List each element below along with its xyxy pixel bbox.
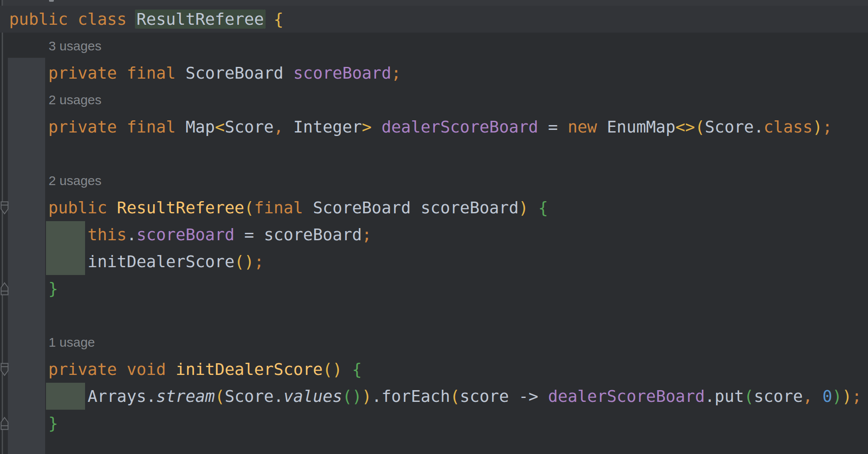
code-token: Arrays. [88,387,156,406]
code-token: { [274,10,284,29]
code-token [9,387,88,406]
highlighted-identifier: ResultReferee [137,10,264,29]
code-token [9,63,48,83]
code-token: ) [832,387,842,406]
code-token: () [322,360,342,379]
code-line: } [0,275,868,302]
code-token: ) [352,387,362,406]
usage-inlay-hint[interactable]: 2 usages [0,167,868,194]
code-token: initDealerScore [88,252,235,271]
code-token: = scoreBoard [234,225,362,244]
code-token: private final [48,117,185,136]
code-token: ) [812,117,822,136]
code-token: score -> [460,387,548,406]
usage-inlay-hint[interactable]: 1 usage [0,329,868,356]
code-token: ) [519,198,529,217]
code-token [812,387,822,406]
code-token: Integer [293,117,362,136]
code-token: <> [675,117,695,136]
code-line: Arrays.stream(Score.values()).forEach(sc… [0,383,868,410]
code-token: Score. [705,117,763,136]
code-token: dealerScoreBoard [381,117,538,136]
code-line: } [0,410,868,437]
code-token: dealerScoreBoard [548,387,705,406]
code-token [9,117,48,136]
code-token: < [215,117,225,136]
code-token: values [283,387,342,406]
code-token: ; [391,63,401,83]
code-token: ; [362,225,372,244]
fold-end-marker[interactable] [0,417,9,430]
fold-start-marker[interactable] [0,201,9,215]
fold-end-marker[interactable] [0,282,9,295]
code-token [283,117,293,136]
code-token: public [48,198,117,217]
code-token: initDealerScore [176,360,323,379]
fold-start-marker[interactable] [0,363,9,376]
code-token: private final [48,63,185,83]
blank-line [0,302,868,329]
code-token [9,198,48,217]
blank-line [0,140,868,167]
code-token: ScoreBoard [185,63,293,83]
previous-line-sliver [0,0,868,6]
code-token: > [362,117,372,136]
code-token: ( [244,198,254,217]
code-token: } [48,279,58,298]
code-token: score [754,387,803,406]
code-token: 0 [822,387,832,406]
code-token: Map [185,117,215,136]
code-token: stream [156,387,215,406]
code-token [597,117,607,136]
code-editor: public class ResultReferee {3 usages pri… [0,0,868,454]
code-token: scoreBoard [293,63,391,83]
code-token: this [88,225,127,244]
code-line: private final Map<Score, Integer> dealer… [0,113,868,140]
code-token: ResultReferee [117,198,244,217]
code-token: Score [225,117,274,136]
code-token: ( [215,387,225,406]
code-token: { [352,360,362,379]
usage-inlay-hint[interactable]: 3 usages [0,33,868,60]
code-token: . [127,225,137,244]
code-token: = [538,117,568,136]
code-line: public class ResultReferee { [0,6,868,33]
cutoff-glyph [49,0,54,2]
code-token: EnumMap [607,117,675,136]
code-token: ( [342,387,352,406]
code-token: ( [744,387,754,406]
code-line: private final ScoreBoard scoreBoard; [0,60,868,86]
code-token [9,360,48,379]
code-token [9,225,88,244]
code-area: public class ResultReferee {3 usages pri… [0,6,868,454]
code-token: , [803,387,813,406]
code-token: final [254,198,303,217]
code-token: , [274,117,284,136]
code-token [9,252,88,271]
code-token: private void [48,360,176,379]
code-token: new [568,117,597,136]
code-token: } [48,414,58,433]
code-token: Score. [225,387,283,406]
code-line: initDealerScore(); [0,248,868,275]
usage-inlay-hint[interactable]: 2 usages [0,86,868,113]
code-token: class [763,117,812,136]
code-token: () [234,252,254,271]
code-token: ) [842,387,852,406]
code-token: public class [9,10,137,29]
code-line: this.scoreBoard = scoreBoard; [0,221,868,248]
code-token: ( [695,117,705,136]
code-token: ; [852,387,862,406]
code-token: scoreBoard [137,225,235,244]
code-token [342,360,352,379]
code-token [264,10,274,29]
code-token: ; [822,117,832,136]
code-token [9,414,48,433]
code-line: private void initDealerScore() { [0,356,868,383]
code-token: .put [705,387,744,406]
blank-line [0,437,868,454]
code-token [372,117,381,136]
code-line: public ResultReferee(final ScoreBoard sc… [0,194,868,221]
code-token: ScoreBoard scoreBoard [303,198,519,217]
code-token: ) [362,387,372,406]
